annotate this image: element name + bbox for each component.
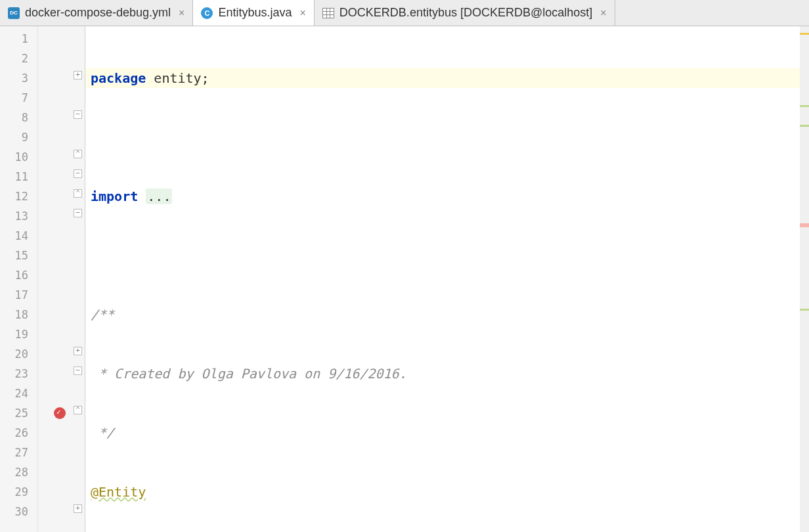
line-number[interactable]: 18 <box>0 305 37 324</box>
line-number[interactable]: 14 <box>0 226 37 246</box>
close-icon[interactable]: × <box>600 7 606 19</box>
docker-compose-icon: DC <box>8 7 20 19</box>
line-number[interactable]: 11 <box>0 167 37 187</box>
line-number-gutter[interactable]: 1237891011121314151617181920232425262728… <box>0 26 38 532</box>
line-number[interactable]: 1 <box>0 29 37 49</box>
line-number[interactable]: 26 <box>0 423 37 443</box>
line-number[interactable]: 12 <box>0 187 37 206</box>
keyword: import <box>91 188 138 204</box>
line-number[interactable]: 3 <box>0 68 37 88</box>
fold-toggle-icon[interactable]: − <box>74 209 82 217</box>
line-number[interactable]: 24 <box>0 384 37 403</box>
tab-bar: DC docker-compose-debug.yml × C Entitybu… <box>0 0 809 26</box>
tab-entitybus[interactable]: C Entitybus.java × <box>193 0 314 26</box>
line-number[interactable]: 7 <box>0 88 37 108</box>
package-name: entity; <box>154 70 209 86</box>
line-number[interactable]: 16 <box>0 265 37 285</box>
tab-docker-compose[interactable]: DC docker-compose-debug.yml × <box>0 0 193 26</box>
scrollbar[interactable] <box>800 26 809 532</box>
line-number[interactable]: 8 <box>0 108 37 127</box>
close-icon[interactable]: × <box>179 7 185 19</box>
code-area[interactable]: package entity; import ... /** * Created… <box>85 26 800 532</box>
tab-label: docker-compose-debug.yml <box>25 6 171 20</box>
fold-toggle-icon[interactable]: ⌃ <box>74 189 82 198</box>
fold-toggle-icon[interactable]: + <box>74 71 82 79</box>
tab-label: DOCKERDB.entitybus [DOCKERDB@localhost] <box>339 6 592 20</box>
fold-margin[interactable]: +−⌃−⌃−+−⌃+ <box>38 26 85 532</box>
javadoc: * Created by Olga Pavlova on 9/16/2016. <box>91 366 407 382</box>
line-number[interactable]: 25 <box>0 403 37 423</box>
fold-toggle-icon[interactable]: − <box>74 110 82 119</box>
line-number[interactable]: 30 <box>0 502 37 521</box>
line-number[interactable]: 9 <box>0 127 37 147</box>
line-number[interactable]: 10 <box>0 147 37 167</box>
scroll-marker[interactable] <box>800 33 809 35</box>
line-number[interactable]: 29 <box>0 482 37 502</box>
line-number[interactable]: 20 <box>0 344 37 364</box>
scroll-marker[interactable] <box>800 105 809 107</box>
scroll-marker[interactable] <box>800 309 809 311</box>
line-number[interactable]: 19 <box>0 324 37 344</box>
line-number[interactable]: 23 <box>0 364 37 384</box>
editor: 1237891011121314151617181920232425262728… <box>0 26 809 532</box>
line-number[interactable]: 2 <box>0 49 37 68</box>
breakpoint-icon[interactable] <box>54 407 66 419</box>
javadoc: */ <box>91 425 114 441</box>
fold-toggle-icon[interactable]: ⌃ <box>74 150 82 158</box>
scroll-marker[interactable] <box>800 223 809 227</box>
folded-imports[interactable]: ... <box>146 188 172 204</box>
table-icon <box>322 8 334 18</box>
close-icon[interactable]: × <box>300 7 306 19</box>
java-class-icon: C <box>201 7 213 19</box>
line-number[interactable]: 17 <box>0 285 37 305</box>
fold-toggle-icon[interactable]: ⌃ <box>74 406 82 414</box>
fold-toggle-icon[interactable]: − <box>74 169 82 178</box>
annotation: @Entity <box>91 484 146 500</box>
fold-toggle-icon[interactable]: + <box>74 347 82 355</box>
tab-dockerdb[interactable]: DOCKERDB.entitybus [DOCKERDB@localhost] … <box>315 0 615 26</box>
javadoc: /** <box>91 307 114 322</box>
fold-toggle-icon[interactable]: − <box>74 366 82 375</box>
line-number[interactable]: 28 <box>0 462 37 482</box>
fold-toggle-icon[interactable]: + <box>74 504 82 513</box>
line-number[interactable]: 27 <box>0 443 37 462</box>
scroll-marker[interactable] <box>800 125 809 127</box>
keyword: package <box>91 70 146 86</box>
line-number[interactable]: 13 <box>0 206 37 226</box>
tab-label: Entitybus.java <box>218 6 292 20</box>
line-number[interactable]: 15 <box>0 246 37 265</box>
